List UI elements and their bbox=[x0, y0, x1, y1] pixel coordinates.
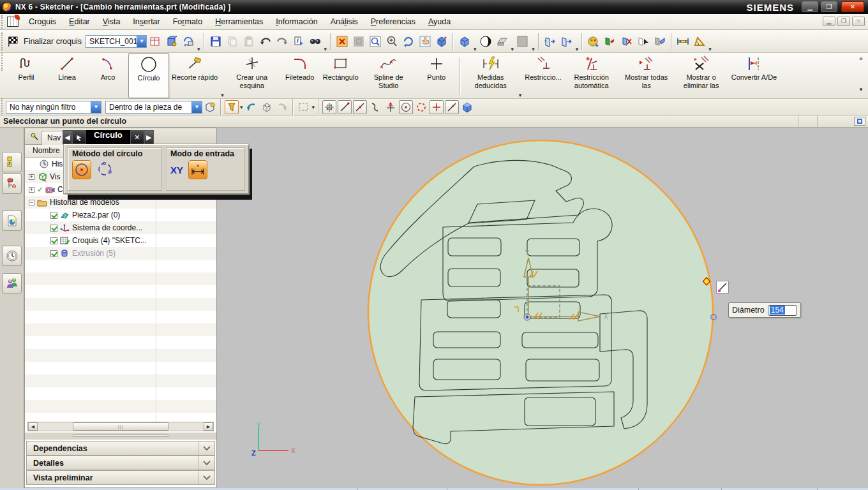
snap-point-icon[interactable] bbox=[322, 100, 336, 114]
background-caret-icon[interactable]: ▾ bbox=[532, 46, 535, 52]
zoom-in-out-icon[interactable] bbox=[384, 34, 400, 49]
navigator-hscrollbar[interactable]: ◀ ||| ▶ bbox=[27, 422, 214, 431]
dialog-next-arrow[interactable]: ▶ bbox=[144, 130, 154, 144]
reattach-icon[interactable] bbox=[147, 34, 163, 49]
tools-overflow-caret[interactable]: ▾ bbox=[856, 86, 866, 93]
tree-row-croquis[interactable]: Croquis (4) "SKETC... bbox=[25, 234, 216, 247]
measure-caret-icon[interactable]: ▾ bbox=[708, 46, 712, 52]
tool-linea[interactable]: Línea bbox=[47, 53, 87, 98]
scene-dial-icon[interactable] bbox=[260, 100, 274, 114]
find-icon[interactable] bbox=[308, 34, 323, 49]
undo-icon[interactable] bbox=[258, 34, 273, 49]
menu-vista[interactable]: Vista bbox=[96, 15, 127, 29]
next-plane-icon[interactable] bbox=[559, 34, 574, 49]
checkbox-icon[interactable] bbox=[50, 250, 57, 257]
circle-dialog-titlebar[interactable]: ◀ Círculo ✕ ▶ bbox=[63, 130, 154, 144]
selection-scope-combo[interactable]: Dentro de la pieza de ▼ bbox=[105, 101, 202, 114]
menu-editar[interactable]: Editar bbox=[63, 15, 96, 29]
measure-angle-icon[interactable] bbox=[692, 34, 707, 49]
render-style-icon[interactable] bbox=[478, 34, 493, 49]
menu-ayuda[interactable]: Ayuda bbox=[422, 15, 457, 29]
type-filter-combo[interactable]: No hay ningún filtro ▼ bbox=[6, 101, 101, 114]
scroll-right-arrow[interactable]: ▶ bbox=[204, 422, 213, 431]
tree-row-pieza2[interactable]: Pieza2.par (0) bbox=[25, 209, 216, 221]
combo-arrow-icon[interactable]: ▼ bbox=[137, 36, 146, 47]
dialog-prev-arrow[interactable]: ◀ bbox=[63, 130, 72, 144]
invert-shown-icon[interactable] bbox=[652, 34, 668, 49]
tool-restriccion-automatica[interactable]: Restricción automática bbox=[564, 53, 619, 98]
snap-midpoint-icon[interactable] bbox=[353, 100, 367, 114]
plane-caret-icon[interactable]: ▾ bbox=[576, 46, 579, 52]
diameter-input[interactable]: 154 bbox=[768, 305, 797, 316]
orient-sketch-icon[interactable] bbox=[164, 34, 179, 49]
zoom-window-icon[interactable] bbox=[368, 34, 383, 49]
snap-arc-center-icon[interactable] bbox=[399, 100, 413, 114]
tools-overflow-chevron[interactable]: » bbox=[856, 55, 866, 62]
menu-formato[interactable]: Formato bbox=[167, 15, 209, 29]
redo-icon[interactable] bbox=[274, 34, 290, 49]
dialog-cursor-icon[interactable] bbox=[72, 130, 86, 144]
toolbar-grip[interactable] bbox=[1, 33, 4, 50]
pan-view-icon[interactable] bbox=[417, 34, 433, 49]
tool-spline-studio[interactable]: Spline de Studio bbox=[361, 53, 416, 98]
object-display-icon[interactable] bbox=[586, 34, 601, 49]
snap-intersection-icon[interactable] bbox=[384, 100, 398, 114]
combo-arrow-icon[interactable]: ▼ bbox=[91, 101, 101, 113]
checkbox-icon[interactable] bbox=[50, 237, 57, 244]
sketch-name-combo[interactable]: SKETCH_001 ▼ bbox=[86, 35, 147, 48]
snap-caret-icon[interactable]: ▾ bbox=[240, 104, 243, 110]
show-hide-icon[interactable] bbox=[602, 34, 618, 49]
menu-insertar[interactable]: Insertar bbox=[126, 15, 166, 29]
child-restore-button[interactable]: ❐ bbox=[837, 17, 850, 26]
snap-enable-icon[interactable] bbox=[225, 100, 239, 114]
part-navigator-button[interactable] bbox=[2, 211, 22, 231]
restore-button[interactable]: ❐ bbox=[821, 1, 837, 12]
status-indicator-icon[interactable] bbox=[854, 117, 865, 126]
rotate-view-icon[interactable] bbox=[401, 34, 416, 49]
combo-arrow-icon[interactable]: ▼ bbox=[191, 101, 202, 113]
xy-coordinate-mode-button[interactable]: XY bbox=[170, 165, 183, 175]
child-minimize-button[interactable]: ▁ bbox=[823, 17, 835, 26]
close-button[interactable]: ✕ bbox=[841, 1, 864, 12]
background-icon[interactable] bbox=[515, 34, 530, 49]
menu-informacion[interactable]: Información bbox=[269, 15, 324, 29]
tool-arco[interactable]: Arco bbox=[87, 53, 128, 98]
tool-punto[interactable]: Punto bbox=[416, 53, 457, 98]
checkbox-icon[interactable] bbox=[50, 225, 57, 232]
constraint-navigator-button[interactable] bbox=[2, 174, 22, 194]
pin-icon[interactable] bbox=[30, 132, 39, 141]
find-caret-icon[interactable]: ▾ bbox=[324, 46, 327, 52]
finish-sketch-label[interactable]: Finalizar croquis bbox=[24, 37, 82, 46]
tool-circulo[interactable]: Círculo bbox=[128, 53, 169, 98]
tool-mostrar-todas[interactable]: Mostrar todas las bbox=[619, 53, 674, 98]
history-palette-button[interactable] bbox=[2, 246, 22, 266]
graphics-window[interactable]: Y X Diámetro 154 bbox=[217, 128, 868, 488]
shaded-caret-icon[interactable]: ▾ bbox=[474, 46, 477, 52]
save-icon[interactable] bbox=[208, 34, 223, 49]
dimension-caret-icon[interactable]: ▾ bbox=[519, 92, 522, 98]
preview-panel-header[interactable]: Vista preliminar bbox=[26, 470, 215, 485]
assembly-navigator-button[interactable] bbox=[2, 152, 22, 172]
tool-restricciones[interactable]: Restriccio... bbox=[522, 53, 564, 98]
measure-distance-icon[interactable] bbox=[675, 34, 691, 49]
toolbar-grip[interactable] bbox=[1, 98, 4, 116]
dialog-close-button[interactable]: ✕ bbox=[130, 130, 144, 144]
sketch-circle-preview[interactable] bbox=[368, 140, 713, 485]
shaded-view-icon[interactable] bbox=[457, 34, 472, 49]
diameter-mode-button[interactable]: x bbox=[188, 160, 207, 179]
sketch-origin-point[interactable] bbox=[526, 316, 529, 319]
checkbox-icon[interactable] bbox=[50, 212, 57, 219]
view-style-caret-icon[interactable]: ▾ bbox=[511, 46, 514, 52]
menubar-grip[interactable] bbox=[1, 15, 4, 29]
snap-quadrant-icon[interactable] bbox=[414, 100, 428, 114]
tree-row-csys[interactable]: Sistema de coorde... bbox=[25, 221, 216, 234]
view-style-icon[interactable] bbox=[495, 34, 510, 49]
roles-palette-button[interactable] bbox=[2, 273, 22, 293]
show-hide-cursor-icon[interactable] bbox=[636, 34, 651, 49]
snap-point-on-line-icon[interactable] bbox=[445, 100, 459, 114]
undo-selection-icon[interactable] bbox=[244, 100, 258, 114]
perspective-icon[interactable] bbox=[434, 34, 449, 49]
chevron-down-icon[interactable] bbox=[198, 456, 214, 470]
zoom-box-icon[interactable] bbox=[351, 34, 366, 49]
fit-view-icon[interactable] bbox=[334, 34, 350, 49]
